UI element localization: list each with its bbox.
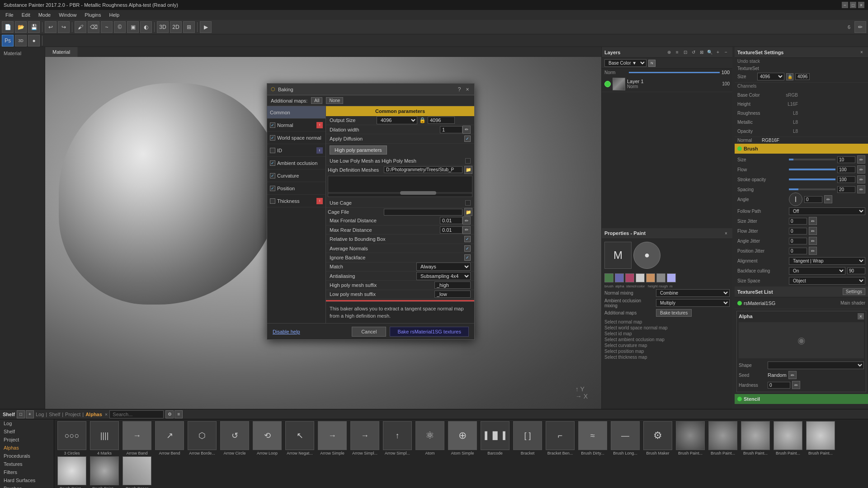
cat-alphas[interactable]: Alphas — [85, 412, 102, 417]
viewport-tab-material[interactable]: Material — [45, 47, 78, 57]
select-normal-map[interactable]: Select normal map — [604, 319, 730, 325]
shelf-icon2[interactable]: + — [26, 410, 34, 418]
tool-fill[interactable]: ▣ — [127, 21, 139, 33]
angle-input[interactable]: 0 — [804, 196, 822, 203]
mesh-scroll-area[interactable] — [328, 176, 472, 197]
size-space-select[interactable]: Object — [789, 277, 865, 285]
match-select[interactable]: Always By Mesh Name — [416, 263, 471, 271]
tool-save[interactable]: 💾 — [28, 21, 40, 33]
layer-1-row[interactable]: Layer 1 Norm 100 — [602, 76, 732, 92]
swatch-color[interactable] — [636, 273, 645, 282]
dilation-edit-btn[interactable]: ✏ — [462, 126, 471, 134]
list-item-ao[interactable]: Ambient occlusion — [267, 157, 326, 169]
flow-jitter-edit[interactable]: ✏ — [809, 227, 817, 235]
cat-shelf[interactable]: Shelf — [49, 412, 60, 417]
relative-check[interactable] — [464, 236, 471, 242]
menu-mode[interactable]: Mode — [35, 11, 55, 19]
cage-browse-btn[interactable]: 📁 — [464, 208, 472, 216]
tool-smudge[interactable]: ~ — [101, 21, 113, 33]
layers-btn3[interactable]: ⊡ — [682, 49, 689, 56]
max-frontal-edit[interactable]: ✏ — [462, 216, 471, 225]
swatch-stencil[interactable] — [625, 273, 634, 282]
tool-eraser[interactable]: ⌫ — [88, 21, 99, 33]
props-close-btn[interactable]: × — [722, 230, 730, 237]
alignment-select[interactable]: Tangent | Wrap — [789, 257, 865, 265]
cat-item-project[interactable]: Project — [0, 436, 54, 444]
shelf-item-arrownegat[interactable]: ↖ Arrow Negat... — [284, 421, 316, 455]
shelf-item-brushpaint2[interactable]: Brush Paint... — [707, 421, 739, 455]
shelf-item-arrowsimple1[interactable]: → Arrow Simple — [316, 421, 348, 455]
shelf-search-input[interactable] — [109, 410, 164, 418]
spacing-edit[interactable]: ✏ — [857, 185, 865, 193]
select-position[interactable]: Select position map — [604, 348, 730, 354]
max-rear-edit[interactable]: ✏ — [462, 226, 471, 234]
disable-help-link[interactable]: Disable help — [273, 329, 300, 334]
id-checkbox[interactable] — [270, 148, 275, 153]
shelf-item-atomsimple[interactable]: ⊕ Atom Simple — [447, 421, 478, 455]
settings-button[interactable]: Settings — [843, 288, 865, 295]
size-w-select[interactable]: 4096 — [757, 73, 784, 80]
alpha-hardness-edit[interactable]: ✏ — [792, 381, 800, 389]
tool-redo[interactable]: ↪ — [58, 21, 70, 33]
swatch-extra[interactable] — [667, 273, 676, 282]
cat-item-filters[interactable]: Filters — [0, 468, 54, 476]
ignore-backface-check[interactable] — [464, 254, 471, 261]
list-item-world-normal[interactable]: World space normal — [267, 131, 326, 144]
list-item-id[interactable]: ID i — [267, 144, 326, 157]
layers-btn2[interactable]: ≡ — [674, 49, 681, 56]
tool-undo[interactable]: ↩ — [45, 21, 57, 33]
bake-textures-button[interactable]: Bake textures — [656, 309, 692, 317]
swatch-alpha[interactable] — [615, 273, 624, 282]
close-button[interactable]: × — [858, 2, 864, 8]
brush-flow-slider[interactable] — [789, 169, 835, 170]
subtool-3d[interactable]: 3D — [15, 35, 27, 47]
high-poly-params-button[interactable]: High poly parameters — [330, 145, 387, 155]
layer-visibility-dot[interactable] — [604, 81, 611, 87]
select-ao-map[interactable]: Select ambient occlusion map — [604, 337, 730, 343]
textureset-item-rs[interactable]: rsMaterial1SG Main shader — [735, 297, 868, 309]
layers-btn7[interactable]: + — [714, 49, 722, 56]
tool-clone[interactable]: © — [114, 21, 126, 33]
channel-icon1[interactable]: N — [648, 60, 656, 67]
shelf-item-arrowborde[interactable]: ⬡ Arrow Borde... — [186, 421, 218, 455]
cage-file-input[interactable] — [384, 209, 462, 216]
shelf-item-bracketben[interactable]: ⌐ Bracket Ben... — [544, 421, 576, 455]
cat-log[interactable]: Log — [36, 412, 44, 417]
bake-button[interactable]: Bake rsMaterial1SG textures — [390, 327, 469, 337]
brush-size-slider[interactable] — [789, 159, 835, 160]
tool-2d[interactable]: 2D — [170, 21, 182, 33]
layers-btn1[interactable]: ⊕ — [665, 49, 673, 56]
cancel-button[interactable]: Cancel — [352, 327, 386, 337]
shelf-item-bracket[interactable]: [ ] Bracket — [512, 421, 543, 455]
shelf-item-brushpaint1[interactable]: Brush Paint... — [675, 421, 706, 455]
output-size-select[interactable]: 4096 2048 1024 — [377, 116, 417, 124]
shelf-item-arrowbend[interactable]: ↗ Arrow Bend — [154, 421, 185, 455]
shelf-item-4marks[interactable]: |||| 4 Marks — [89, 421, 120, 455]
list-item-position[interactable]: Position — [267, 182, 326, 195]
position-checkbox[interactable] — [270, 186, 275, 191]
menu-help[interactable]: Help — [105, 11, 123, 19]
position-jitter-edit[interactable]: ✏ — [809, 247, 817, 255]
low-poly-suffix-input[interactable] — [434, 291, 471, 298]
brush-size-edit[interactable]: ✏ — [857, 155, 865, 164]
brush-flow-edit[interactable]: ✏ — [857, 165, 865, 174]
alpha-shape-select[interactable] — [768, 361, 864, 369]
menu-edit[interactable]: Edit — [18, 11, 34, 19]
stroke-opacity-slider[interactable] — [789, 178, 835, 180]
swatch-rough[interactable] — [656, 273, 665, 282]
brush-flow-input[interactable]: 100 — [837, 166, 855, 173]
average-normals-check[interactable] — [464, 245, 471, 252]
layers-btn5[interactable]: ⊠ — [698, 49, 705, 56]
follow-path-select[interactable]: Off — [789, 207, 865, 215]
tool-new[interactable]: 📄 — [2, 21, 14, 33]
ao-mixing-select[interactable]: Multiply — [656, 299, 730, 307]
max-frontal-input[interactable] — [440, 217, 462, 224]
shelf-item-arrowband[interactable]: → Arrow Band — [121, 421, 153, 455]
menu-plugins[interactable]: Plugins — [81, 11, 104, 19]
world-normal-checkbox[interactable] — [270, 135, 275, 141]
list-item-normal[interactable]: Normal ! — [267, 119, 326, 131]
baking-help-button[interactable]: ? — [456, 86, 462, 93]
shelf-item-brushlong[interactable]: — Brush Long... — [609, 421, 641, 455]
scroll-thumb[interactable] — [400, 191, 436, 195]
shelf-item-arrowsimple3[interactable]: ↑ Arrow Simpl... — [382, 421, 413, 455]
